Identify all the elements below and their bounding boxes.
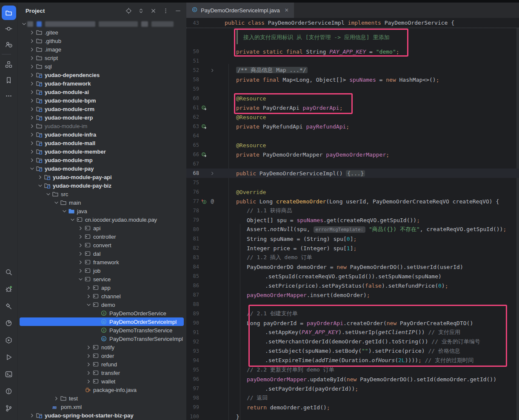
code-line-78[interactable]: 78// 1.1 获得商品 [186, 206, 519, 215]
tree-item-yudao-module-member[interactable]: yudao-module-member [18, 147, 186, 156]
tree-item-api[interactable]: api [18, 224, 186, 232]
tree-item-sql[interactable]: sql [18, 62, 186, 71]
tree-item-yudao-module-pay[interactable]: yudao-module-pay [18, 164, 186, 173]
chevron-right-icon[interactable] [29, 71, 35, 78]
tree-item-job[interactable]: job [18, 266, 186, 275]
code-line-52[interactable]: 52/** 商品信息 Map ...*/ [186, 66, 519, 75]
run-button[interactable] [2, 350, 16, 364]
tree-item-paydemotransferservice[interactable]: IPayDemoTransferService [18, 326, 186, 334]
chevron-right-icon[interactable] [29, 140, 35, 146]
tree-item-paydemotransferserviceimpl[interactable]: CPayDemoTransferServiceImpl [18, 334, 186, 343]
chevron-right-icon[interactable] [29, 412, 35, 419]
chevron-right-icon[interactable] [77, 267, 84, 274]
chevron-right-icon[interactable] [85, 352, 92, 359]
tree-item-test[interactable]: test [18, 394, 186, 403]
code-line-84[interactable]: 84PayDemoOrderDO demoOrder = new PayDemo… [186, 262, 519, 271]
code-line-67[interactable]: 67 [186, 159, 519, 169]
code-line-76[interactable]: 76@Override [186, 187, 519, 197]
tree-item-src[interactable]: src [18, 190, 186, 198]
chevron-right-icon[interactable] [85, 344, 92, 351]
tree-item-yudao-module-bpm[interactable]: yudao-module-bpm [18, 96, 186, 105]
profiler-button[interactable] [2, 316, 16, 330]
code-line-65[interactable]: 65@Resource [186, 140, 519, 150]
chevron-right-icon[interactable] [85, 361, 92, 368]
services-button[interactable] [2, 333, 16, 347]
more-tools-button[interactable] [2, 89, 16, 103]
tree-item-framework[interactable]: framework [18, 258, 186, 266]
code-line-60[interactable]: 60@Resource [186, 94, 519, 103]
tree-item-order[interactable]: order [18, 351, 186, 360]
more-vertical-icon[interactable] [163, 8, 169, 14]
tree-item--image[interactable]: .image [18, 45, 186, 54]
code-line-50[interactable]: 50private static final String PAY_APP_KE… [186, 47, 519, 56]
tree-item-yudao-module-ai[interactable]: yudao-module-ai [18, 88, 186, 96]
tree-item-channel[interactable]: channel [18, 292, 186, 300]
tree-item-yudao-module-pay-biz[interactable]: yudao-module-pay-biz [18, 181, 186, 190]
chevron-right-icon[interactable] [29, 89, 35, 95]
chevron-right-icon[interactable] [29, 63, 35, 70]
code-line-89[interactable]: 89// 2.1 创建支付单 [186, 309, 519, 318]
chevron-right-icon[interactable] [29, 97, 35, 104]
chevron-right-icon[interactable] [29, 148, 35, 155]
tree-item-yudao-spring-boot-starter-biz-pay[interactable]: yudao-spring-boot-starter-biz-pay [18, 411, 186, 420]
pull-requests-button[interactable]: ? [2, 37, 16, 51]
code-line-87[interactable]: 87payDemoOrderMapper.insert(demoOrder); [186, 290, 519, 300]
commit-button[interactable] [2, 21, 16, 36]
code-line-95[interactable]: 95// 2.2 更新支付单到 demo 订单 [186, 365, 519, 374]
chevron-down-icon[interactable] [69, 216, 76, 223]
chevron-right-icon[interactable] [29, 46, 35, 53]
tree-item-app[interactable]: app [18, 283, 186, 292]
code-line-59[interactable]: 59 [186, 84, 519, 94]
tree-item-service[interactable]: service [18, 275, 186, 283]
structure-button[interactable] [2, 57, 16, 71]
tree-item--gitee[interactable]: .gitee [18, 28, 186, 37]
chevron-down-icon[interactable] [37, 182, 43, 189]
code-line-94[interactable]: 94.setExpireTime(addTime(Duration.ofHour… [186, 356, 519, 365]
tree-item-wallet[interactable]: wallet [18, 377, 186, 386]
chevron-right-icon[interactable] [77, 259, 84, 266]
chevron-right-icon[interactable] [85, 369, 92, 376]
code-line-43[interactable]: 43public class PayDemoOrderServiceImpl i… [186, 18, 519, 28]
tree-item-yudao-module-crm[interactable]: yudao-module-crm [18, 105, 186, 113]
chevron-right-icon[interactable] [77, 250, 84, 257]
chevron-right-icon[interactable] [85, 284, 92, 291]
code-line-66[interactable]: 66private PayDemoOrderMapper payDemoOrde… [186, 150, 519, 159]
tree-item-paydemoorderservice[interactable]: IPayDemoOrderService [18, 309, 186, 317]
problems-button[interactable] [2, 384, 16, 398]
chevron-down-icon[interactable] [45, 191, 51, 197]
chevron-right-icon[interactable] [85, 293, 92, 300]
code-line-100[interactable]: 100} [186, 412, 519, 420]
chevron-down-icon[interactable] [85, 301, 92, 308]
tree-item-java[interactable]: java [18, 207, 186, 215]
code-line-96[interactable]: 96payDemoOrderMapper.updateById(new PayD… [186, 374, 519, 384]
chevron-right-icon[interactable] [29, 131, 35, 138]
code-editor[interactable]: 43public class PayDemoOrderServiceImpl i… [186, 18, 519, 420]
tree-item-yudao-module-erp[interactable]: yudao-module-erp [18, 113, 186, 122]
hide-icon[interactable] [175, 8, 181, 14]
expand-all-icon[interactable] [138, 8, 144, 14]
editor-tab[interactable]: C PayDemoOrderServiceImpl.java ✕ [186, 3, 294, 18]
chevron-down-icon[interactable] [29, 165, 35, 172]
chevron-right-icon[interactable] [77, 233, 84, 240]
code-line-92[interactable]: 92.setMerchantOrderId(demoOrder.getId().… [186, 337, 519, 346]
chevron-right-icon[interactable] [29, 114, 35, 121]
chevron-right-icon[interactable] [29, 80, 35, 87]
code-line-85[interactable]: 85.setSpuId(createReqVO.getSpuId()).setS… [186, 271, 519, 281]
debug-button[interactable] [2, 282, 16, 296]
tree-item-yudao-module-mp[interactable]: yudao-module-mp [18, 156, 186, 164]
chevron-right-icon[interactable] [29, 29, 35, 36]
tree-item-yudao-module-im[interactable]: yudao-module-im [18, 122, 186, 130]
tree-item-yudao-module-pay-api[interactable]: yudao-module-pay-api [18, 173, 186, 181]
code-line-80[interactable]: 80Assert.notNull(spu, errorMsgTemplate: … [186, 225, 519, 234]
tree-item-paydemoorderserviceimpl[interactable]: CPayDemoOrderServiceImpl [18, 317, 186, 326]
chevron-right-icon[interactable] [77, 242, 84, 249]
tree-item-demo[interactable]: demo [18, 300, 186, 309]
chevron-down-icon[interactable] [53, 199, 60, 206]
chevron-right-icon[interactable] [29, 106, 35, 112]
code-line-75[interactable]: 75 [186, 178, 519, 187]
code-line-91[interactable]: 91.setAppKey(PAY_APP_KEY).setUserIp(getC… [186, 328, 519, 337]
code-line-63[interactable]: 63private PayRefundApi payRefundApi; [186, 122, 519, 131]
tree-item-notify[interactable]: notify [18, 343, 186, 351]
tree-item-pom-xml[interactable]: mpom.xml [18, 403, 186, 411]
chevron-right-icon[interactable] [29, 54, 35, 61]
